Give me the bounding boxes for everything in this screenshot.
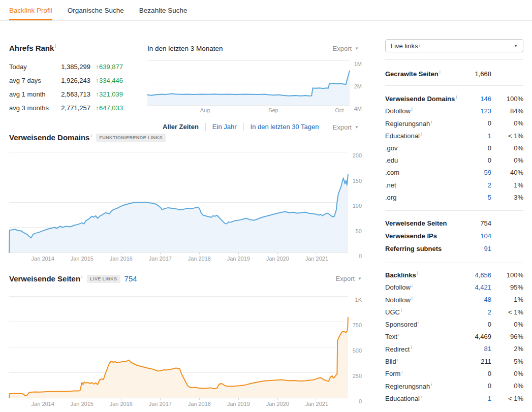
- metric-value-link[interactable]: 2: [459, 181, 491, 189]
- backlinks-group: Backlinksi4,656100%Dofollowi4,42195%Nofo…: [385, 269, 523, 404]
- metric-label: Gecrawlte Seiteni: [385, 70, 459, 78]
- metric-percent: 84%: [491, 107, 523, 115]
- metric-value-link[interactable]: 48: [459, 296, 491, 303]
- x-axis-label: Jan 2017: [149, 256, 172, 262]
- metric-percent: 2%: [491, 345, 523, 353]
- domains-section-title: Verweisende Domainsi: [9, 133, 91, 142]
- live-links-count-link[interactable]: 754: [124, 274, 137, 283]
- metric-percent: < 1%: [491, 395, 523, 402]
- tab-backlink-profil[interactable]: Backlink Profil: [9, 0, 52, 20]
- metrics-sidebar: Live linksi ▼ Gecrawlte Seiteni1,668 Ver…: [385, 0, 523, 412]
- export-button-rank-chart[interactable]: Export▼: [333, 45, 359, 52]
- info-icon: i: [398, 332, 399, 337]
- period-ein-jahr[interactable]: Ein Jahr: [205, 123, 243, 131]
- metric-percent: 95%: [491, 283, 523, 291]
- metric-value-link[interactable]: 104: [459, 232, 491, 240]
- y-axis-label: 100: [353, 203, 362, 209]
- metric-label: .gov: [385, 144, 459, 152]
- metric-row-regierungsnah: Regierungsnahi00%: [385, 117, 523, 130]
- export-button-pages-chart[interactable]: Export▼: [336, 275, 362, 282]
- referring-domains-group: Verweisende Domainsi146100%Dofollowi1238…: [385, 92, 523, 204]
- metric-percent: 0%: [491, 370, 523, 377]
- rank-row-avg-3-months: avg 3 months2,771,257↑647,033: [9, 101, 141, 115]
- chevron-down-icon: ▼: [355, 125, 359, 130]
- rank-row-delta: ↑334,446: [96, 77, 123, 84]
- metric-row-org: .org53%: [385, 191, 523, 203]
- referring-pages-group: Verweisende Seiten754Verweisende IPs104R…: [385, 217, 523, 255]
- metric-value-link[interactable]: 59: [459, 169, 491, 176]
- y-axis-label: 200: [353, 152, 362, 159]
- period-in-den-letzten-30-tagen[interactable]: In den letzten 30 Tagen: [243, 123, 326, 131]
- metric-value-link[interactable]: 146: [459, 95, 491, 103]
- x-axis-label: Sep: [268, 107, 278, 113]
- metric-value-link[interactable]: 4,656: [459, 271, 491, 279]
- metric-row-gecrawlte-seiten: Gecrawlte Seiteni1,668: [385, 68, 523, 80]
- chevron-down-icon: ▼: [355, 46, 359, 51]
- metric-row-edu: .edu00%: [385, 154, 523, 166]
- metric-label: .edu: [385, 156, 459, 164]
- metric-label: Dofollowi: [385, 283, 459, 291]
- chevron-down-icon: ▼: [514, 44, 518, 48]
- period-aller-zeiten[interactable]: Aller Zeiten: [156, 123, 205, 131]
- metric-value-link[interactable]: 1: [459, 132, 491, 140]
- metric-label: UGCi: [385, 308, 459, 316]
- metric-label: Backlinksi: [385, 271, 459, 279]
- metric-row-redirect: Redirecti812%: [385, 343, 523, 355]
- y-axis-label: 500: [353, 347, 362, 354]
- referring-domains-chart: 050100150200Jan 2014Jan 2015Jan 2016Jan …: [9, 149, 362, 264]
- metric-row-nofollow: Nofollowi481%: [385, 294, 523, 306]
- metric-value-link[interactable]: 81: [459, 345, 491, 353]
- rank-row-value: 1,385,299: [57, 63, 90, 71]
- metric-percent: 3%: [491, 194, 523, 201]
- y-axis-label: 150: [353, 178, 362, 184]
- rank-row-value: 2,771,257: [57, 104, 90, 112]
- metric-percent: 100%: [491, 271, 523, 279]
- info-icon: i: [456, 94, 457, 100]
- metric-value-link[interactable]: 5: [459, 194, 491, 201]
- metric-row-dofollow: Dofollowi12384%: [385, 105, 523, 117]
- metric-label: .net: [385, 181, 459, 189]
- live-links-badge: LIVE LINKS: [87, 275, 120, 283]
- metric-value-link[interactable]: 123: [459, 107, 491, 115]
- metric-value: 211: [459, 358, 491, 365]
- referring-pages-chart: 02505007501KJan 2014Jan 2015Jan 2016Jan …: [9, 294, 362, 408]
- metric-label: Regierungsnahi: [385, 119, 459, 128]
- metric-percent: 0%: [491, 144, 523, 152]
- x-axis-label: Jan 2018: [188, 401, 211, 407]
- rank-row-label: Today: [9, 63, 57, 71]
- info-icon: i: [90, 133, 91, 138]
- x-axis-label: Aug: [200, 107, 210, 113]
- metric-row-dofollow: Dofollowi4,42195%: [385, 281, 523, 293]
- metric-value: 0: [459, 382, 491, 390]
- tab-bezahlte-suche[interactable]: Bezahlte Suche: [139, 0, 187, 20]
- metric-percent: 0%: [491, 156, 523, 164]
- metric-label: Regierungsnahi: [385, 382, 459, 390]
- arrow-up-icon: ↑: [96, 91, 99, 98]
- x-axis-label: Jan 2016: [110, 256, 133, 262]
- metric-row-educational: Educationali1< 1%: [385, 130, 523, 142]
- metric-row-backlinks: Backlinksi4,656100%: [385, 269, 523, 281]
- arrow-up-icon: ↑: [96, 64, 99, 71]
- info-icon: i: [419, 43, 420, 48]
- metric-percent: < 1%: [491, 132, 523, 140]
- metric-value: 0: [459, 321, 491, 328]
- metric-row-text: Texti4,46996%: [385, 330, 523, 342]
- metric-value-link[interactable]: 1: [459, 395, 491, 402]
- metric-value-link[interactable]: 4,421: [459, 283, 491, 291]
- export-button-domains-chart[interactable]: Export▼: [333, 123, 359, 131]
- metric-percent: 0%: [491, 119, 523, 127]
- y-axis-label: 1M: [354, 61, 362, 67]
- x-axis-label: Jan 2016: [110, 401, 133, 407]
- info-icon: i: [431, 382, 432, 387]
- metric-value-link[interactable]: 91: [459, 245, 491, 252]
- ahrefs-rank-table: Today1,385,299↑639,877avg 7 days1,926,24…: [9, 60, 141, 115]
- metric-percent: 0%: [491, 321, 523, 328]
- tab-organische-suche[interactable]: Organische Suche: [68, 0, 124, 20]
- period-options: Aller ZeitenEin JahrIn den letzten 30 Ta…: [156, 123, 325, 131]
- info-icon: i: [412, 107, 413, 112]
- link-type-select[interactable]: Live linksi ▼: [385, 39, 523, 52]
- rank-chart: 1M2M4MAugSepOct: [147, 58, 362, 118]
- metric-value-link[interactable]: 2: [459, 308, 491, 316]
- period-selector: Aller ZeitenEin JahrIn den letzten 30 Ta…: [147, 123, 359, 131]
- divider: [385, 85, 523, 86]
